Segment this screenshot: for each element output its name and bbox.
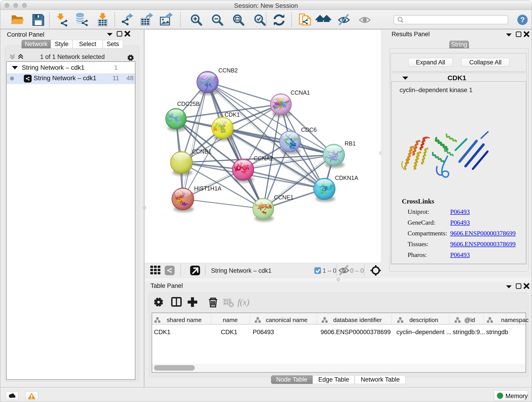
svg-text:CCNA2: CCNA2 [254, 155, 273, 162]
svg-text:f(x): f(x) [238, 298, 249, 307]
svg-text:CDK1: CDK1 [225, 111, 240, 118]
svg-text:CDC6: CDC6 [301, 127, 317, 133]
svg-text:HIST1H1A: HIST1H1A [194, 185, 222, 191]
svg-text:CDKN1A: CDKN1A [335, 175, 358, 181]
svg-text:CCNB2: CCNB2 [218, 67, 238, 74]
svg-text:RB1: RB1 [345, 140, 356, 147]
svg-text:CCNB1: CCNB1 [192, 148, 211, 155]
svg-text:CDC25B: CDC25B [177, 101, 200, 107]
svg-text:0 – 0: 0 – 0 [350, 267, 364, 274]
svg-text:CCNA1: CCNA1 [291, 89, 310, 96]
svg-text:1 – 0: 1 – 0 [323, 267, 336, 274]
svg-text:String Network – cdk1: String Network – cdk1 [211, 267, 272, 274]
svg-text:CCNE1: CCNE1 [274, 194, 293, 201]
